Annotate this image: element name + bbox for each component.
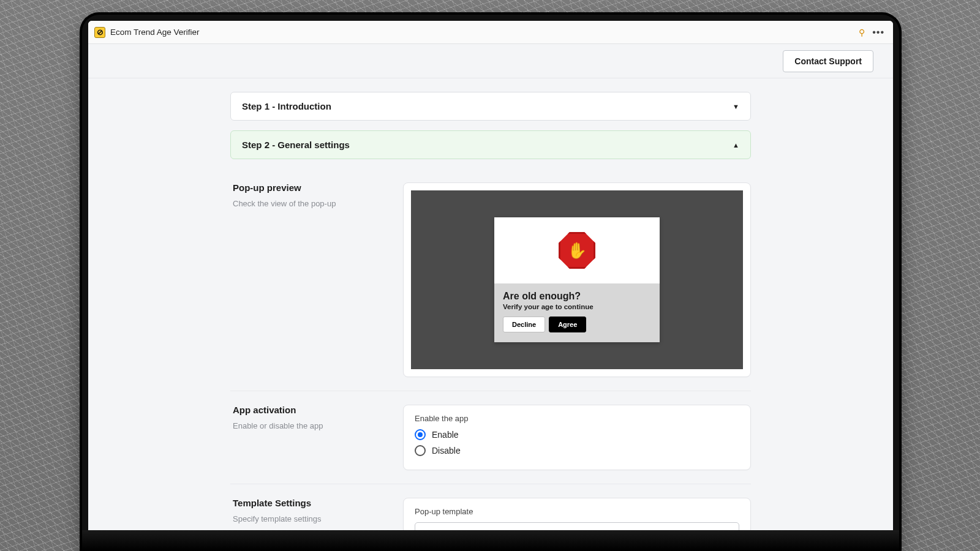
radio-disable-input[interactable] [415,445,426,456]
template-settings-subtitle: Specify template settings [233,514,388,523]
app-activation-subtitle: Enable or disable the app [233,421,388,430]
radio-disable-label: Disable [432,446,461,455]
chevron-up-icon: ▲ [733,141,739,149]
popup-subheading: Verify your age to continue [503,303,651,310]
app-icon [94,27,105,38]
app-activation-card: Enable the app Enable Disable [403,405,751,470]
laptop-hinge [82,530,899,551]
content-area: Step 1 - Introduction ▼ Step 2 - General… [88,78,893,551]
app-title: Ecom Trend Age Verifier [110,28,200,37]
template-settings-title: Template Settings [233,498,388,508]
popup-heading: Are old enough? [503,291,651,302]
accordion-step2[interactable]: Step 2 - General settings ▲ [230,130,751,159]
section-popup-preview: Pop-up preview Check the view of the pop… [230,169,751,391]
more-icon[interactable]: ••• [870,27,887,38]
titlebar: Ecom Trend Age Verifier ⚲ ••• [88,21,893,44]
app-activation-title: App activation [233,405,388,415]
chevron-down-icon: ▼ [733,103,739,110]
app-screen: Ecom Trend Age Verifier ⚲ ••• Contact Su… [88,21,893,551]
accordion-step2-title: Step 2 - General settings [242,140,350,150]
radio-disable[interactable]: Disable [415,445,739,456]
template-field-label: Pop-up template [415,507,739,516]
popup-stage: ✋ Are old enough? Verify your age to con… [411,190,743,369]
popup-preview-subtitle: Check the view of the pop-up [233,199,388,208]
laptop-frame: Ecom Trend Age Verifier ⚲ ••• Contact Su… [82,15,899,551]
accordion-step1-title: Step 1 - Introduction [242,101,331,111]
radio-enable-input[interactable] [415,429,426,440]
popup-modal: ✋ Are old enough? Verify your age to con… [494,217,660,342]
radio-enable[interactable]: Enable [415,429,739,440]
topbar: Contact Support [88,44,893,78]
popup-agree-button[interactable]: Agree [549,317,586,332]
popup-decline-button[interactable]: Decline [503,317,545,332]
stop-hand-icon: ✋ [559,232,595,269]
pin-icon[interactable]: ⚲ [859,28,865,37]
popup-preview-card: ✋ Are old enough? Verify your age to con… [403,182,751,377]
app-activation-field-label: Enable the app [415,414,739,423]
section-app-activation: App activation Enable or disable the app… [230,391,751,484]
radio-enable-label: Enable [432,430,459,440]
popup-preview-title: Pop-up preview [233,182,388,193]
contact-support-button[interactable]: Contact Support [783,50,873,72]
accordion-step1[interactable]: Step 1 - Introduction ▼ [230,92,751,121]
